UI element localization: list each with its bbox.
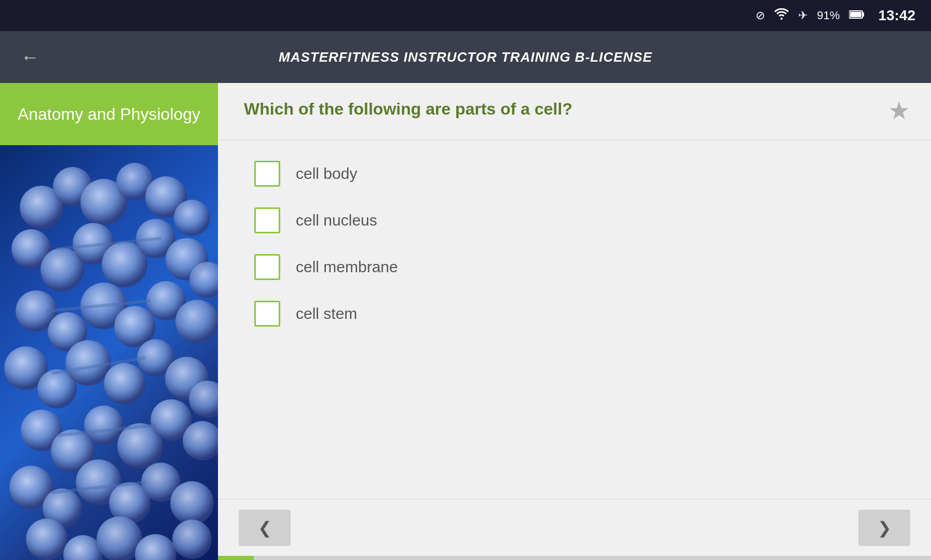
battery-percentage: 91% — [817, 9, 840, 22]
svg-point-24 — [65, 340, 111, 386]
option-row[interactable]: cell membrane — [249, 244, 900, 290]
checkbox-cell-body[interactable] — [254, 161, 280, 187]
question-area: Which of the following are parts of a ce… — [218, 83, 931, 140]
category-header: Anatomy and Physiology — [0, 83, 218, 145]
airplane-icon: ✈ — [798, 9, 807, 22]
next-button[interactable]: ❯ — [858, 510, 910, 546]
option-label-cell-body: cell body — [296, 165, 357, 183]
dna-image — [0, 145, 218, 560]
option-row[interactable]: cell body — [249, 150, 900, 197]
progress-bar-container — [218, 556, 931, 560]
option-label-cell-nucleus: cell nucleus — [296, 212, 377, 229]
svg-point-40 — [170, 481, 214, 525]
navigation-area: ❮ ❯ — [218, 499, 931, 556]
option-label-cell-membrane: cell membrane — [296, 258, 398, 276]
option-row[interactable]: cell nucleus — [249, 197, 900, 244]
option-row[interactable]: cell stem — [249, 290, 900, 337]
checkbox-cell-membrane[interactable] — [254, 254, 280, 280]
back-button[interactable]: ← — [21, 46, 39, 68]
svg-point-41 — [26, 519, 67, 560]
svg-point-21 — [175, 300, 218, 343]
do-not-disturb-icon: ⊘ — [756, 9, 765, 22]
wifi-icon — [774, 8, 789, 23]
app-bar: ← MASTERFITNESS INSTRUCTOR TRAINING B-LI… — [0, 31, 931, 83]
category-title: Anatomy and Physiology — [18, 105, 200, 124]
app-title: MASTERFITNESS INSTRUCTOR TRAINING B-LICE… — [279, 49, 652, 65]
checkbox-cell-nucleus[interactable] — [254, 207, 280, 233]
favorite-button[interactable]: ★ — [888, 99, 910, 123]
options-area: cell body cell nucleus cell membrane cel… — [218, 140, 931, 499]
left-panel: Anatomy and Physiology — [0, 83, 218, 560]
progress-bar-fill — [218, 556, 254, 560]
main-content: Anatomy and Physiology — [0, 83, 931, 560]
question-text: Which of the following are parts of a ce… — [244, 99, 878, 120]
svg-point-31 — [84, 405, 124, 445]
svg-point-45 — [172, 520, 212, 559]
status-bar: ⊘ ✈ 91% 13:42 — [0, 0, 931, 31]
option-label-cell-stem: cell stem — [296, 305, 357, 323]
battery-icon — [849, 9, 865, 22]
status-time: 13:42 — [878, 7, 915, 24]
svg-point-8 — [174, 200, 210, 236]
svg-point-25 — [104, 363, 145, 404]
svg-rect-2 — [850, 12, 861, 17]
svg-rect-1 — [862, 12, 864, 17]
right-panel: Which of the following are parts of a ce… — [218, 83, 931, 560]
prev-button[interactable]: ❮ — [239, 510, 291, 546]
checkbox-cell-stem[interactable] — [254, 301, 280, 327]
